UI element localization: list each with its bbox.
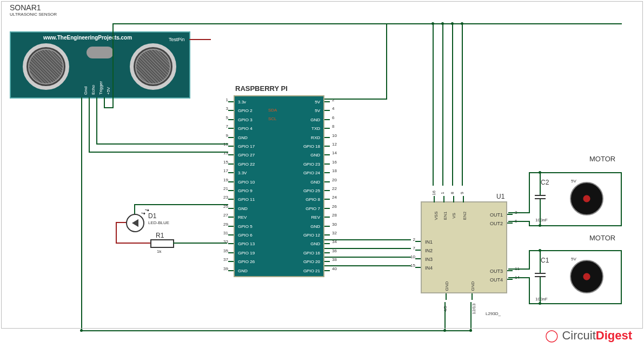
rpi-num-l17: 17 — [221, 168, 228, 173]
w-out4a — [508, 277, 530, 278]
u1-top-stub-16 — [434, 196, 435, 202]
rpi-stub-r34 — [324, 243, 330, 244]
rpi-stub-r40 — [324, 270, 330, 271]
rpi-lbl-r22: GPIO 25 — [237, 188, 320, 193]
dot-vss — [431, 22, 434, 25]
u1-ref: U1 — [496, 193, 504, 200]
rpi-stub-r22 — [324, 190, 330, 191]
rpi-stub-l9 — [228, 137, 234, 138]
u1-r-lbl-6: OUT2 — [423, 221, 503, 226]
w-r1-out — [173, 243, 227, 244]
rpi-num-r20: 20 — [332, 178, 337, 182]
rpi-stub-r10 — [324, 137, 330, 138]
w-5v-b — [112, 23, 114, 108]
rpi-lbl-r32: GPIO 12 — [237, 233, 320, 238]
rpi-num-l33: 33 — [221, 239, 228, 244]
rpi-stub-r16 — [324, 163, 330, 165]
rpi-num-l31: 31 — [221, 231, 228, 235]
rpi-stub-l31 — [228, 234, 234, 235]
rpi-num-l29: 29 — [221, 222, 228, 227]
rpi-num-l39: 39 — [221, 266, 228, 271]
rpi-stub-r20 — [324, 181, 330, 182]
u1-b-stub-0 — [446, 293, 447, 300]
w-gnd-c — [444, 302, 446, 331]
motor2-label: MOTOR — [589, 234, 615, 242]
u1-part: L293D_ — [486, 311, 501, 316]
w-trig-b — [96, 143, 228, 145]
d1-part: LED-BLUE — [148, 220, 169, 225]
u1-l-stub-2 — [415, 241, 421, 242]
w-led-up — [134, 204, 135, 214]
rpi-stub-l11 — [228, 146, 234, 147]
rpi-stub-l37 — [228, 261, 234, 262]
sonar-pin-trigger: Trigger — [98, 81, 103, 95]
rpi-lbl-r34: GND — [237, 241, 320, 246]
u1-l-lbl-2: IN1 — [425, 239, 433, 245]
rpi-num-r22: 22 — [332, 186, 337, 191]
rpi-stub-r18 — [324, 172, 330, 173]
sonar-pad — [87, 47, 114, 58]
rpi-num-r36: 36 — [332, 248, 337, 253]
u1-b-lbl-1: GND — [470, 281, 475, 291]
rpi-lbl-r18: GPIO 24 — [237, 171, 320, 175]
rpi-num-r10: 10 — [332, 133, 337, 138]
rpi-num-r28: 28 — [332, 213, 337, 218]
rpi-lbl-r6: GND — [237, 117, 320, 122]
sonar-pin-echo: Echo — [91, 85, 96, 95]
w-out1c — [529, 172, 622, 173]
w-out3d — [621, 250, 622, 304]
resistor-icon — [150, 239, 174, 248]
w-out1d — [621, 172, 622, 226]
w-echo-b — [89, 152, 228, 153]
motor1-icon — [570, 182, 603, 215]
rpi-stub-l15 — [228, 163, 234, 165]
w-en2 — [462, 23, 463, 186]
rpi-lbl-r14: GND — [237, 153, 320, 158]
dot-vs — [451, 22, 454, 25]
rpi-num-l27: 27 — [221, 213, 228, 218]
w-5v-e — [324, 99, 387, 100]
r1-ref: R1 — [156, 232, 164, 239]
rpi-num-l37: 37 — [221, 257, 228, 262]
ring-icon: ◯ — [545, 329, 559, 342]
rpi-stub-l23 — [228, 199, 234, 200]
c2-val: 100nF — [535, 218, 548, 222]
sonar-url: www.TheEngineeringProjects.com — [43, 35, 132, 41]
rpi-stub-l17 — [228, 172, 234, 173]
rpi-num-r30: 30 — [332, 222, 337, 227]
dot-en1 — [441, 22, 444, 25]
sonar-desc: ULTRASONIC SENSOR — [10, 12, 57, 17]
sonar-pin-5v: +5V — [106, 87, 111, 95]
logo-brand1: Circuit — [562, 329, 595, 342]
rpi-lbl-r26: GPIO 7 — [237, 206, 320, 211]
w-vss — [433, 23, 434, 186]
sonar-ref: SONAR1 — [10, 3, 41, 12]
rpi-num-r8: 8 — [332, 124, 334, 129]
w-in2 — [324, 248, 411, 249]
rpi-stub-l3 — [228, 110, 234, 111]
w-c1up — [540, 250, 541, 273]
rpi-num-l15: 15 — [221, 160, 228, 165]
rpi-num-l35: 35 — [221, 248, 228, 253]
w-out4b — [529, 277, 530, 304]
c2-ref: C2 — [541, 179, 549, 186]
gnd-dot2 — [469, 329, 472, 332]
u1-b-stub-1 — [472, 293, 473, 300]
u1-top-num-1: 1 — [440, 192, 445, 194]
testpin-label: TestPin — [169, 37, 185, 42]
w-en1 — [442, 23, 443, 186]
w-out3a — [508, 269, 530, 270]
u1-top-stub-9 — [463, 196, 464, 202]
w-gnd-c2 — [470, 302, 472, 331]
rpi-lbl-r16: GPIO 23 — [237, 162, 320, 167]
transducer-left — [23, 43, 69, 90]
rpi-lbl-r36: GPIO 16 — [237, 251, 320, 256]
w-out4c — [529, 303, 622, 304]
rpi-stub-l13 — [228, 154, 234, 155]
rpi-stub-l21 — [228, 190, 234, 191]
u1-l-stub-7 — [415, 250, 421, 251]
rpi-lbl-r30: GND — [237, 224, 320, 229]
u1-top-num-9: 9 — [460, 192, 464, 194]
rpi-stub-l25 — [228, 208, 234, 209]
motor2-icon — [570, 260, 603, 293]
